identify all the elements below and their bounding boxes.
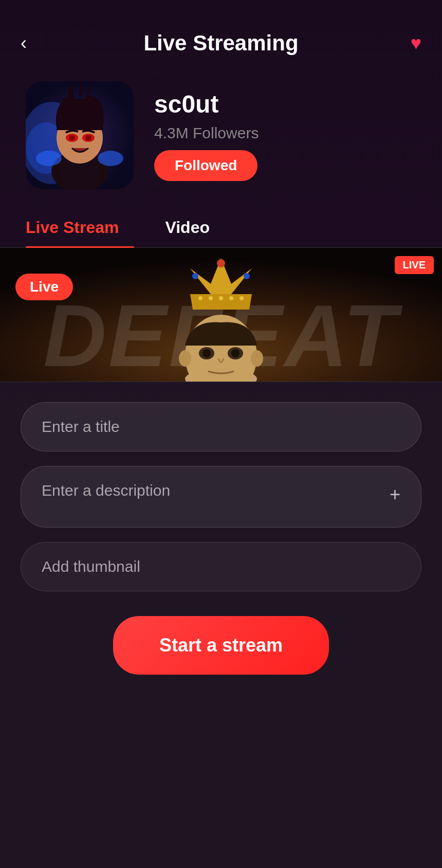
thumbnail-placeholder: Add thumbnail xyxy=(42,558,140,575)
svg-point-20 xyxy=(219,296,223,300)
followed-button[interactable]: Followed xyxy=(154,150,257,181)
svg-point-21 xyxy=(229,296,233,300)
svg-point-31 xyxy=(251,350,263,367)
favorite-button[interactable]: ♥ xyxy=(396,32,421,54)
profile-section: sc0ut 4.3M Followers Followed xyxy=(0,66,442,210)
username: sc0ut xyxy=(154,90,259,118)
tab-bar: Live Stream Video xyxy=(0,210,442,248)
tab-live-stream[interactable]: Live Stream xyxy=(26,210,134,247)
svg-point-29 xyxy=(231,349,240,357)
bottom-sheet: Enter a title Enter a description + Add … xyxy=(0,382,442,868)
svg-point-22 xyxy=(240,296,244,300)
heart-icon: ♥ xyxy=(411,32,421,53)
back-button[interactable]: ‹ xyxy=(21,32,46,54)
tab-video[interactable]: Video xyxy=(165,210,225,247)
svg-point-16 xyxy=(192,273,198,279)
svg-point-15 xyxy=(217,259,225,267)
title-placeholder: Enter a title xyxy=(42,418,120,436)
followers-count: 4.3M Followers xyxy=(154,124,259,142)
screen: ‹ Live Streaming ♥ xyxy=(0,0,442,868)
avatar xyxy=(26,81,134,189)
svg-point-10 xyxy=(36,151,62,166)
stream-thumbnail: DEFEAT xyxy=(0,248,442,382)
svg-point-18 xyxy=(198,296,202,300)
header: ‹ Live Streaming ♥ xyxy=(0,0,442,66)
add-description-icon: + xyxy=(390,484,400,505)
svg-point-30 xyxy=(179,350,191,367)
description-placeholder: Enter a description xyxy=(42,482,170,499)
svg-point-19 xyxy=(209,296,213,300)
thumbnail-input[interactable]: Add thumbnail xyxy=(21,542,421,591)
description-input[interactable]: Enter a description + xyxy=(21,466,421,528)
page-title: Live Streaming xyxy=(46,31,396,56)
svg-point-17 xyxy=(244,273,250,279)
svg-point-9 xyxy=(85,135,91,141)
svg-point-8 xyxy=(69,135,75,141)
svg-point-11 xyxy=(98,151,123,166)
title-input[interactable]: Enter a title xyxy=(21,402,421,451)
live-badge-top: LIVE xyxy=(395,256,434,274)
profile-info: sc0ut 4.3M Followers Followed xyxy=(154,90,259,181)
start-stream-button[interactable]: Start a stream xyxy=(113,616,329,675)
live-badge-overlay: Live xyxy=(15,274,73,300)
stream-card[interactable]: DEFEAT xyxy=(0,248,442,382)
svg-point-28 xyxy=(202,349,211,357)
